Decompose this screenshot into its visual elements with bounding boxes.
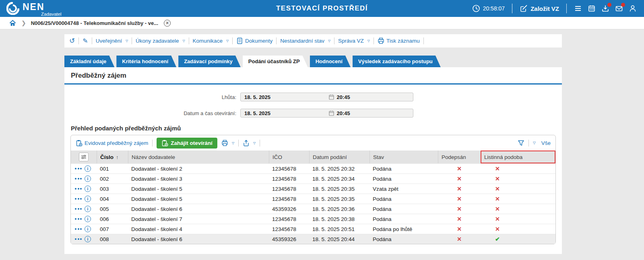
column-settings-header[interactable]	[71, 151, 97, 163]
column-header-cislo[interactable]: Číslo↑	[97, 151, 128, 163]
info-icon[interactable]: i	[85, 206, 91, 212]
sort-asc-icon: ↑	[116, 154, 119, 160]
divider	[92, 37, 92, 44]
info-icon[interactable]: i	[85, 216, 91, 222]
tab-vysledek-zadavaciho-postupu[interactable]: Výsledek zadávacího postupu	[353, 56, 441, 67]
cell-datum-podani: 18. 5. 2025 20:35	[309, 194, 369, 204]
lhuta-time-value: 20:45	[337, 94, 350, 100]
cell-nazev-dodavatele: Dodavatel - školení 3	[128, 174, 269, 184]
table-row[interactable]: i 005 Dodavatel - školení 6 45359326 18.…	[71, 204, 555, 214]
table-row[interactable]: i 007 Dodavatel - školení 4 12345678 18.…	[71, 224, 555, 234]
table-row[interactable]: i 003 Dodavatel - školení 5 12345678 18.…	[71, 184, 555, 194]
menu-ukony-zadavatele[interactable]: Úkony zadavatele	[136, 38, 185, 44]
clock-time: 20:58:07	[483, 5, 505, 12]
tab-podani-ucastniku-zp[interactable]: Podání účastníků ZP	[243, 56, 308, 67]
menu-dokumenty[interactable]: Dokumenty	[236, 37, 272, 44]
zahajit-oteviranii-button[interactable]: Zahájit otevírání	[157, 138, 217, 149]
cell-nazev-dodavatele: Dodavatel - školení 5	[128, 184, 269, 194]
info-icon[interactable]: i	[85, 196, 91, 202]
info-icon[interactable]: i	[85, 165, 91, 172]
cell-nazev-dodavatele: Dodavatel - školení 6	[128, 234, 269, 244]
row-menu-icon[interactable]	[75, 198, 82, 200]
table-row[interactable]: i 004 Dodavatel - školení 5 12345678 18.…	[71, 194, 555, 204]
user-icon[interactable]	[629, 4, 637, 12]
tab-zakladni-udaje[interactable]: Základní údaje	[64, 56, 114, 67]
lhuta-field[interactable]: 18. 5. 2025 20:45	[240, 93, 413, 101]
tab-hodnoceni[interactable]: Hodnocení	[310, 56, 351, 67]
menu-tisk-zaznamu[interactable]: Tisk záznamu	[378, 37, 420, 44]
cell-cislo: 001	[97, 164, 128, 173]
table-row[interactable]: i 008 Dodavatel - školení 6 45359326 18.…	[71, 234, 555, 244]
row-menu-icon[interactable]	[75, 188, 82, 190]
cell-podepsan: ✕	[438, 174, 481, 184]
tab-kriteria-hodnoceni[interactable]: Kritéria hodnocení	[116, 56, 176, 67]
menu-komunikace[interactable]: Komunikace	[193, 38, 229, 44]
row-menu-icon[interactable]	[75, 168, 82, 169]
row-menu-icon[interactable]	[75, 208, 82, 210]
table-row[interactable]: i 002 Dodavatel - školení 3 12345678 18.…	[71, 173, 555, 184]
nen-logo[interactable]: NEN Zadavatel	[0, 0, 62, 17]
lhuta-label: Lhůta:	[64, 94, 240, 100]
menu-nestandardni-stav[interactable]: Nestandardní stav	[280, 38, 330, 44]
table-row[interactable]: i 001 Dodavatel - školení 2 12345678 18.…	[71, 163, 555, 173]
table-row[interactable]: i 006 Dodavatel - školení 7 12345678 18.…	[71, 214, 555, 224]
export-button[interactable]	[243, 140, 256, 147]
column-header-ico[interactable]: IČO	[269, 151, 309, 163]
info-icon[interactable]: i	[85, 175, 91, 182]
cell-cislo: 008	[97, 234, 128, 244]
close-icon[interactable]: ✕	[164, 20, 171, 27]
table-toolbar: Evidovat předběžný zájem Zahájit otevírá…	[71, 135, 555, 151]
filter-icon[interactable]	[518, 140, 524, 147]
menu-uverejneni[interactable]: Uveřejnění	[96, 38, 128, 44]
evidovat-button[interactable]: Evidovat předběžný zájem	[76, 140, 148, 147]
info-icon[interactable]: i	[85, 226, 91, 232]
mail-icon[interactable]	[615, 4, 623, 12]
otevirani-time-value: 20:45	[337, 110, 350, 116]
row-menu-icon[interactable]	[75, 218, 82, 220]
column-header-stav[interactable]: Stav	[369, 151, 438, 163]
cell-listinna-podoba: ✕	[481, 194, 555, 204]
divider	[276, 37, 277, 44]
info-icon[interactable]: i	[85, 186, 91, 192]
menu-icon[interactable]	[574, 4, 582, 12]
menu-sprava-vz[interactable]: Správa VZ	[338, 38, 370, 44]
row-menu-icon[interactable]	[75, 228, 82, 230]
otevirani-date-value: 18. 5. 2025	[241, 110, 329, 116]
cell-podepsan: ✕	[438, 234, 481, 244]
column-header-nazev-dodavatele[interactable]: Název dodavatele	[128, 151, 269, 163]
edit-icon[interactable]: ✎	[83, 38, 88, 44]
filter-all-select[interactable]: ▽ Vše	[533, 140, 551, 146]
info-icon[interactable]: i	[85, 236, 91, 242]
row-menu-icon[interactable]	[75, 238, 82, 240]
logo-title: NEN	[23, 2, 62, 12]
column-header-listinna-podoba[interactable]: Listinná podoba	[481, 151, 555, 163]
downloads-icon[interactable]	[601, 4, 609, 12]
cell-datum-podani: 18. 5. 2025 20:36	[309, 204, 369, 214]
breadcrumb-item[interactable]: N006/25/V00004748 - Telekomunikační služ…	[31, 20, 158, 26]
create-vz-button[interactable]: Založit VZ	[520, 4, 559, 12]
cell-stav: Podána	[369, 164, 438, 173]
home-icon[interactable]	[9, 19, 17, 27]
section-title: Předběžný zájem	[64, 67, 562, 83]
cell-nazev-dodavatele: Dodavatel - školení 4	[128, 224, 269, 234]
column-header-podepsan[interactable]: Podepsán	[438, 151, 481, 163]
breadcrumb: ❯ N006/25/V00004748 - Telekomunikační sl…	[0, 17, 644, 29]
cell-stav: Podána po lhůtě	[369, 224, 438, 234]
calendar-icon[interactable]	[588, 4, 596, 12]
cell-ico: 45359326	[269, 234, 309, 244]
tab-bar: Základní údaje Kritéria hodnocení Zadáva…	[64, 56, 562, 67]
table-section-title: Přehled podaných předběžných zájmů	[71, 125, 562, 132]
column-header-datum-podani[interactable]: Datum podání	[309, 151, 369, 163]
cell-ico: 12345678	[269, 224, 309, 234]
table-header: Číslo↑ Název dodavatele IČO Datum podání…	[71, 151, 555, 163]
cell-cislo: 004	[97, 194, 128, 204]
cell-podepsan: ✕	[438, 224, 481, 234]
divider	[374, 37, 374, 44]
otevirani-field[interactable]: 18. 5. 2025 20:45	[240, 109, 413, 118]
cell-podepsan: ✕	[438, 194, 481, 204]
row-menu-icon[interactable]	[75, 178, 82, 180]
print-table-button[interactable]	[221, 140, 234, 147]
refresh-icon[interactable]: ↺	[69, 37, 75, 44]
cell-listinna-podoba: ✕	[481, 204, 555, 214]
tab-zadavaci-podminky[interactable]: Zadávací podmínky	[178, 56, 241, 67]
